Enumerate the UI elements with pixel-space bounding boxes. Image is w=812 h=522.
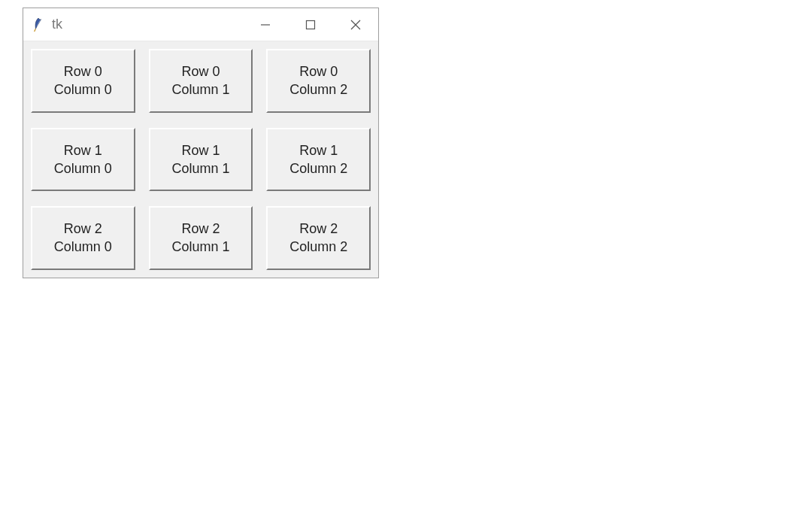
grid-button-r2c0[interactable]: Row 2 Column 0 bbox=[31, 206, 135, 270]
grid-button-r1c2[interactable]: Row 1 Column 2 bbox=[266, 128, 371, 192]
app-title: tk bbox=[52, 17, 62, 32]
button-grid: Row 0 Column 0 Row 0 Column 1 Row 0 Colu… bbox=[31, 49, 371, 270]
grid-button-r2c1[interactable]: Row 2 Column 1 bbox=[149, 206, 253, 270]
feather-icon bbox=[31, 16, 46, 34]
svg-rect-1 bbox=[307, 20, 315, 29]
minimize-button[interactable] bbox=[243, 8, 288, 41]
app-window: tk Row 0 Column 0 Row 0 Column 1 Row 0 C… bbox=[23, 8, 379, 278]
titlebar-left: tk bbox=[31, 16, 62, 34]
grid-button-r0c1[interactable]: Row 0 Column 1 bbox=[149, 49, 253, 113]
window-controls bbox=[243, 8, 378, 41]
grid-button-r1c1[interactable]: Row 1 Column 1 bbox=[149, 128, 253, 192]
grid-button-r0c2[interactable]: Row 0 Column 2 bbox=[266, 49, 371, 113]
content-area: Row 0 Column 0 Row 0 Column 1 Row 0 Colu… bbox=[23, 41, 378, 278]
titlebar: tk bbox=[23, 8, 378, 41]
close-button[interactable] bbox=[333, 8, 378, 41]
grid-button-r1c0[interactable]: Row 1 Column 0 bbox=[31, 128, 135, 192]
maximize-button[interactable] bbox=[288, 8, 333, 41]
grid-button-r0c0[interactable]: Row 0 Column 0 bbox=[31, 49, 135, 113]
grid-button-r2c2[interactable]: Row 2 Column 2 bbox=[266, 206, 371, 270]
